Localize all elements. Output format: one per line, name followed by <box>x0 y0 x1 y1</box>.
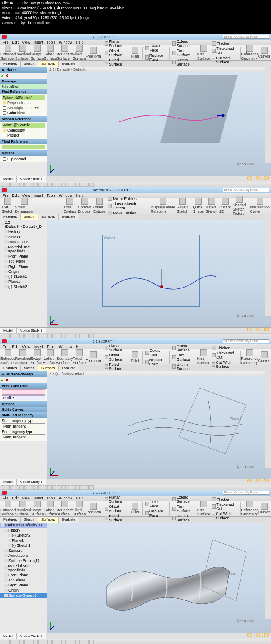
planar-surface-button[interactable]: Planar Surface <box>103 343 129 353</box>
ok-icon[interactable]: ✔ <box>1 74 4 78</box>
tree-sketch1[interactable]: (-) Sketch1 <box>0 543 47 548</box>
knit-surface-button[interactable]: KnitSurface <box>197 348 210 366</box>
tree-material[interactable]: Material <not specified> <box>0 563 47 573</box>
boundary-surface-button[interactable]: BoundarySurface <box>57 500 72 517</box>
tree-front-plane[interactable]: Front Plane <box>0 254 47 259</box>
filled-surface-button[interactable]: FilledSurface <box>73 348 86 366</box>
set-origin-option[interactable]: Set origin on curve <box>2 105 45 110</box>
fillet-button[interactable]: Fillet <box>129 502 141 515</box>
second-ref-point[interactable]: Point3@Sketch1 <box>2 123 45 128</box>
trim-entities-button[interactable]: TrimEntities <box>63 197 77 214</box>
tree-surface-bodies[interactable]: Surface Bodies(1) <box>0 558 47 563</box>
profile-selection[interactable] <box>2 389 45 395</box>
search-input[interactable]: Search Community Forum <box>223 339 269 343</box>
ruled-surface-button[interactable]: Ruled Surface <box>103 58 129 67</box>
reference-geometry-button[interactable]: ReferenceGeometry <box>242 348 258 366</box>
lofted-surface-button[interactable]: LoftedSurface <box>44 44 57 61</box>
tab-sketch[interactable]: Sketch <box>21 517 38 523</box>
tree-sketch2[interactable]: (-) Sketch2 <box>0 533 47 538</box>
delete-face-button[interactable]: Delete Face <box>144 499 168 509</box>
menu-tools[interactable]: Tools <box>47 193 55 197</box>
model-tab[interactable]: Model <box>0 633 17 639</box>
ruled-surface-button[interactable]: Ruled Surface <box>103 362 129 371</box>
tab-evaluate[interactable]: Evaluate <box>59 61 79 67</box>
tab-sketch[interactable]: Sketch <box>21 214 38 220</box>
replace-face-button[interactable]: Replace Face <box>144 357 168 367</box>
delete-face-button[interactable]: Delete Face <box>144 44 168 53</box>
linear-pattern-button[interactable]: Linear Sketch Pattern <box>107 201 147 211</box>
cancel-icon[interactable]: ✖ <box>5 378 8 382</box>
thickened-cut-button[interactable]: Thickened Cut <box>210 46 239 55</box>
third-ref-header[interactable]: Third Reference <box>0 139 47 144</box>
tree-material[interactable]: Material <not specified> <box>0 244 47 254</box>
tab-features[interactable]: Features <box>0 214 21 220</box>
smart-dimension-button[interactable]: SmartDimension <box>14 197 33 214</box>
trim-surface-button[interactable]: Trim Surface <box>171 48 197 58</box>
extend-surface-button[interactable]: Extend Surface <box>171 343 197 353</box>
freeform-button[interactable]: Freeform <box>86 502 100 515</box>
search-input[interactable]: Search Community Forum <box>223 35 269 39</box>
search-input[interactable]: Search Community Forum <box>223 188 269 192</box>
fillet-button[interactable]: Fillet <box>129 351 141 364</box>
tree-history[interactable]: History <box>0 528 47 533</box>
revolved-surface-button[interactable]: RevolvedSurface <box>16 348 30 366</box>
freeform-button[interactable]: Freeform <box>86 351 100 364</box>
planar-surface-button[interactable]: Planar Surface <box>103 39 129 48</box>
swept-surface-button[interactable]: SweptSurface <box>31 500 44 517</box>
task-pane[interactable] <box>265 366 271 468</box>
tree-top-plane[interactable]: Top Plane <box>0 259 47 264</box>
filled-surface-button[interactable]: FilledSurface <box>73 44 86 61</box>
tab-evaluate[interactable]: Evaluate <box>59 214 79 220</box>
viewport[interactable]: Plane1 lynda.com <box>47 523 271 633</box>
tree-annotations[interactable]: Annotations <box>0 553 47 558</box>
start-tangency-select[interactable]: Path Tangent <box>2 423 45 429</box>
swept-surface-button[interactable]: SweptSurface <box>31 44 44 61</box>
shaded-sketch-button[interactable]: ShadedSketchPicture <box>232 195 246 216</box>
replace-face-button[interactable]: Replace Face <box>144 53 168 62</box>
motion-tab[interactable]: Motion Study 1 <box>17 633 46 639</box>
model-tab[interactable]: Model <box>0 479 17 485</box>
repair-sketch-button[interactable]: RepairSketch <box>176 197 189 214</box>
tab-features[interactable]: Features <box>0 517 21 523</box>
knit-surface-button[interactable]: KnitSurface <box>197 500 210 517</box>
tree-right-plane[interactable]: Right Plane <box>0 264 47 269</box>
quick-snaps-button[interactable]: QuickSnaps <box>192 197 204 214</box>
project-option[interactable]: Project <box>2 133 45 138</box>
tree-history[interactable]: History <box>0 229 47 234</box>
move-entities-button[interactable]: Move Entities <box>107 211 147 216</box>
tab-surfaces[interactable]: Surfaces <box>38 365 59 371</box>
reference-geometry-button[interactable]: ReferenceGeometry <box>242 44 258 61</box>
untrim-surface-button[interactable]: Untrim Surface <box>171 513 197 523</box>
ruled-surface-button[interactable]: Ruled Surface <box>103 513 129 523</box>
options-header[interactable]: Options <box>0 150 47 156</box>
viewport[interactable]: Plane1 lynda.com <box>47 220 271 327</box>
untrim-surface-button[interactable]: Untrim Surface <box>171 58 197 67</box>
task-pane[interactable] <box>265 62 271 163</box>
menu-insert[interactable]: Insert <box>33 193 43 197</box>
path-selection[interactable]: Profile <box>2 395 45 400</box>
tree-top-plane[interactable]: Top Plane <box>0 578 47 583</box>
intersection-curve-button[interactable]: IntersectionCurve <box>249 197 270 214</box>
cut-with-surface-button[interactable]: Cut With Surface <box>210 511 239 521</box>
tree-sketch1[interactable]: (-) Sketch1 <box>0 274 47 279</box>
extend-surface-button[interactable]: Extend Surface <box>171 495 197 504</box>
tree-plane1[interactable]: Plane1 <box>0 538 47 543</box>
extend-surface-button[interactable]: Extend Surface <box>171 39 197 48</box>
rapid-sketch-button[interactable]: RapidSketch <box>205 197 218 214</box>
freeform-button[interactable]: Freeform <box>86 46 100 59</box>
tree-origin[interactable]: Origin <box>0 588 47 593</box>
tree-root[interactable]: (Default<<Default>_D <box>0 523 47 528</box>
swept-surface-button[interactable]: SweptSurface <box>31 348 44 366</box>
tab-sketch[interactable]: Sketch <box>21 365 38 371</box>
thicken-button[interactable]: Thicken <box>210 41 239 46</box>
tree-front-plane[interactable]: Front Plane <box>0 573 47 578</box>
offset-surface-button[interactable]: Offset Surface <box>103 353 129 362</box>
reference-geometry-button[interactable]: ReferenceGeometry <box>242 500 258 517</box>
trim-surface-button[interactable]: Trim Surface <box>171 353 197 362</box>
delete-face-button[interactable]: Delete Face <box>144 348 168 357</box>
tree-right-plane[interactable]: Right Plane <box>0 583 47 588</box>
knit-surface-button[interactable]: KnitSurface <box>197 44 210 61</box>
lofted-surface-button[interactable]: LoftedSurface <box>44 500 57 517</box>
tree-origin[interactable]: Origin <box>0 269 47 274</box>
model-tab[interactable]: Model <box>0 328 17 333</box>
